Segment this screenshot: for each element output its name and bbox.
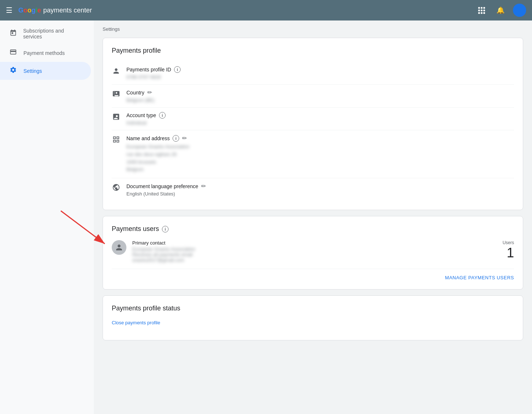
users-row: Primary contact European Snacks Associat…: [112, 240, 514, 263]
apps-icon[interactable]: [475, 4, 488, 17]
page-layout: Subscriptions and services Payment metho…: [0, 20, 532, 414]
doc-language-row: Document language preference ✏ English (…: [112, 178, 514, 201]
user-info: Primary contact European Snacks Associat…: [132, 240, 497, 263]
country-value: Belgium (BE): [126, 97, 514, 103]
account-type-label: Account type: [126, 112, 156, 118]
account-type-value: Individual: [126, 120, 514, 126]
google-wordmark: Google: [18, 7, 41, 14]
calendar-icon: [9, 29, 17, 38]
country-row: Country ✏ Belgium (BE): [112, 85, 514, 108]
payments-profile-status-title: Payments profile status: [112, 305, 514, 312]
sidebar-item-payment-methods[interactable]: Payment methods: [0, 44, 91, 62]
users-count: Users 1: [503, 240, 514, 261]
name-address-value: European Snacks Associationrue des deux …: [126, 143, 514, 174]
topnav-actions: 🔔: [475, 4, 526, 17]
country-label: Country: [126, 90, 144, 96]
sidebar-label-payment-methods: Payment methods: [23, 50, 65, 56]
grid-dots-icon: [478, 7, 485, 14]
sidebar-item-subscriptions[interactable]: Subscriptions and services: [0, 23, 91, 44]
user-avatar[interactable]: [513, 4, 526, 17]
credit-card-icon: [9, 48, 18, 57]
doc-language-edit-icon[interactable]: ✏: [201, 183, 206, 190]
grid-address-icon: [112, 135, 121, 145]
doc-language-label: Document language preference: [126, 183, 198, 189]
sidebar: Subscriptions and services Payment metho…: [0, 20, 94, 414]
account-type-info-icon[interactable]: i: [159, 112, 166, 119]
country-edit-icon[interactable]: ✏: [147, 89, 152, 96]
payments-profile-status-card: Payments profile status Close payments p…: [103, 295, 523, 340]
user-avatar-icon: [112, 240, 126, 255]
user-name: European Snacks Association: [132, 246, 497, 252]
profile-id-row: Payments profile ID i 0786 0707 6828: [112, 62, 514, 85]
account-type-row: Account type i Individual: [112, 108, 514, 130]
notifications-icon[interactable]: 🔔: [494, 4, 507, 17]
name-address-info-icon[interactable]: i: [173, 135, 179, 142]
sidebar-label-subscriptions: Subscriptions and services: [23, 28, 82, 40]
id-card-icon: [112, 90, 121, 100]
profile-id-label: Payments profile ID: [126, 67, 171, 72]
globe-icon: [112, 183, 121, 193]
manage-payments-users-link[interactable]: MANAGE PAYMENTS USERS: [445, 275, 514, 280]
user-role: Primary contact: [132, 240, 497, 246]
app-logo: Google payments center: [18, 7, 475, 14]
payments-profile-title: Payments profile: [112, 47, 514, 55]
sidebar-label-settings: Settings: [23, 68, 42, 74]
sidebar-item-settings[interactable]: Settings: [0, 62, 91, 80]
payments-users-title: Payments users i: [112, 225, 514, 233]
users-count-label: Users: [503, 240, 514, 245]
payments-users-info-icon[interactable]: i: [162, 226, 169, 232]
main-content: Settings Payments profile Payments profi…: [94, 20, 532, 414]
user-detail: Receives all payments email: [132, 252, 497, 257]
users-count-number: 1: [503, 245, 514, 261]
close-payments-profile-link[interactable]: Close payments profile: [112, 320, 160, 325]
app-title: payments center: [43, 7, 92, 14]
menu-icon[interactable]: ☰: [6, 6, 12, 15]
doc-language-value: English (United States): [126, 191, 514, 197]
name-address-edit-icon[interactable]: ✏: [182, 135, 187, 142]
card-footer: MANAGE PAYMENTS USERS: [112, 269, 514, 280]
user-email: snacks2017@gmail.com: [132, 257, 497, 263]
profile-id-value: 0786 0707 6828: [126, 74, 514, 80]
settings-icon: [9, 66, 18, 75]
name-address-label: Name and address: [126, 135, 170, 141]
name-address-row: Name and address i ✏ European Snacks Ass…: [112, 130, 514, 178]
person-icon: [112, 67, 121, 77]
payments-profile-card: Payments profile Payments profile ID i 0…: [103, 38, 523, 210]
profile-id-info-icon[interactable]: i: [174, 66, 181, 73]
account-box-icon: [112, 113, 121, 123]
breadcrumb: Settings: [103, 26, 523, 32]
top-navigation: ☰ Google payments center 🔔: [0, 0, 532, 20]
payments-users-card: Payments users i Primary contact Europea…: [103, 216, 523, 290]
